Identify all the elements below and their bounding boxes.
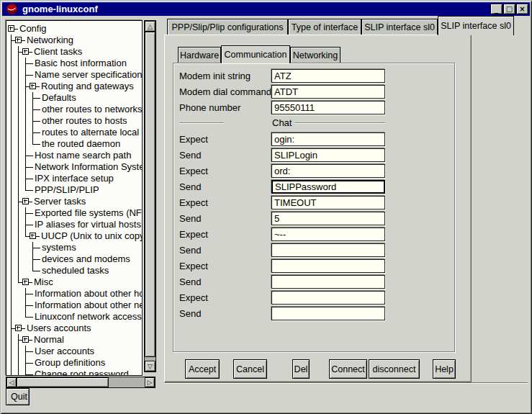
minimize-icon[interactable]: _ bbox=[490, 4, 502, 14]
tree-item[interactable]: IPX interface setup bbox=[8, 173, 142, 184]
field-label: Modem init string bbox=[179, 71, 271, 81]
expander-plus-icon[interactable] bbox=[15, 325, 22, 331]
tab-slip-interface-sl0[interactable]: SLIP interface sl0 bbox=[361, 19, 438, 35]
tree-item[interactable]: Name server specification ( bbox=[8, 69, 142, 81]
redhat-icon[interactable] bbox=[6, 4, 17, 14]
disconnect-button[interactable]: disconnect bbox=[369, 359, 420, 379]
tree-item-label: Config bbox=[18, 23, 47, 34]
tree-item-label: IP aliases for virtual hosts bbox=[33, 219, 141, 230]
tree-guide bbox=[15, 207, 22, 219]
help-button[interactable]: Help bbox=[433, 359, 456, 379]
cancel-button[interactable]: Cancel bbox=[233, 359, 267, 379]
tree-item[interactable]: Host name search path bbox=[8, 150, 142, 161]
tree-horizontal-scrollbar[interactable]: ◁ ▷ bbox=[6, 377, 155, 388]
chat-expect-3-field[interactable] bbox=[271, 196, 385, 210]
chat-send-1-field[interactable] bbox=[271, 148, 385, 162]
tree-item[interactable]: UUCP (Unix to unix copy) bbox=[8, 230, 142, 242]
scroll-left-icon[interactable]: ◁ bbox=[6, 377, 17, 387]
chat-expect-2-field[interactable] bbox=[271, 164, 385, 178]
tree-guide bbox=[8, 46, 15, 58]
tree-item[interactable]: PPP/SLIP/PLIP bbox=[8, 184, 142, 196]
form-row: Send bbox=[179, 274, 386, 289]
tree-guide bbox=[15, 346, 22, 357]
vertical-scroll-thumb[interactable] bbox=[145, 32, 155, 357]
tree-item[interactable]: Server tasks bbox=[8, 196, 142, 207]
tree-item[interactable]: scheduled tasks bbox=[8, 265, 142, 276]
tree-connector bbox=[22, 311, 30, 323]
expander-plus-icon[interactable] bbox=[22, 198, 29, 204]
tree-item[interactable]: Normal bbox=[8, 334, 142, 346]
tab-networking[interactable]: Networking bbox=[290, 47, 341, 63]
tree-item[interactable]: Information about other netw bbox=[8, 300, 142, 311]
del-button[interactable]: Del bbox=[292, 359, 310, 379]
tab-communication[interactable]: Communication bbox=[221, 45, 290, 63]
tree-item[interactable]: Client tasks bbox=[8, 46, 142, 58]
tree-item[interactable]: other routes to hosts bbox=[8, 115, 142, 127]
tree-item[interactable]: Information about other host bbox=[8, 288, 142, 300]
tree-item[interactable]: Misc bbox=[8, 276, 142, 288]
modem-init-string-field[interactable] bbox=[271, 69, 385, 83]
phone-number-field[interactable] bbox=[271, 101, 385, 114]
titlebar[interactable]: gnome-linuxconf _ □ × bbox=[2, 2, 530, 16]
chat-send-3-field[interactable] bbox=[271, 212, 385, 225]
expander-plus-icon[interactable] bbox=[30, 83, 36, 89]
tree-item[interactable]: IP aliases for virtual hosts bbox=[8, 219, 142, 230]
tree-guide bbox=[15, 253, 22, 265]
tree-item-label: UUCP (Unix to unix copy) bbox=[40, 230, 143, 241]
tree-item[interactable]: Basic host information bbox=[8, 58, 142, 69]
chat-send-4-field[interactable] bbox=[271, 243, 385, 257]
expander-plus-icon[interactable] bbox=[22, 336, 29, 343]
chat-send-6-field[interactable] bbox=[271, 307, 385, 320]
scroll-right-icon[interactable]: ▷ bbox=[145, 377, 155, 387]
tree-item[interactable]: routes to alternate local ne bbox=[8, 127, 142, 138]
expander-plus-icon[interactable] bbox=[15, 37, 22, 43]
expander-plus-icon[interactable] bbox=[8, 25, 14, 32]
tree-item[interactable]: other routes to networks bbox=[8, 104, 142, 115]
tree-connector bbox=[14, 23, 18, 35]
maximize-icon[interactable]: □ bbox=[503, 4, 515, 14]
tree-item[interactable]: Network Information System bbox=[8, 161, 142, 173]
modem-dial-command-field[interactable] bbox=[271, 85, 385, 99]
tree-item[interactable]: User accounts bbox=[8, 346, 142, 357]
tree-item[interactable]: Networking bbox=[8, 35, 142, 46]
chat-send-5-field[interactable] bbox=[271, 275, 385, 289]
chat-expect-6-field[interactable] bbox=[271, 291, 385, 305]
scroll-down-icon[interactable]: ▽ bbox=[145, 361, 155, 372]
tree-item[interactable]: systems bbox=[8, 242, 142, 253]
tree-connector bbox=[22, 58, 30, 69]
tree-guide bbox=[8, 253, 15, 265]
chat-expect-4-field[interactable] bbox=[271, 228, 385, 241]
connect-button[interactable]: Connect bbox=[329, 359, 367, 379]
tab-ppp-slip-plip-configurations[interactable]: PPP/Slip/Plip configurations bbox=[167, 19, 288, 35]
tree-item[interactable]: Linuxconf network access bbox=[8, 311, 142, 323]
tree-vertical-scrollbar[interactable]: △ ▽ bbox=[144, 20, 156, 372]
window-title: gnome-linuxconf bbox=[22, 4, 98, 14]
expander-plus-icon[interactable] bbox=[30, 233, 36, 239]
tree-item[interactable]: Change root password bbox=[8, 369, 142, 376]
tree-item[interactable]: Routing and gateways bbox=[8, 81, 142, 92]
tree-item[interactable]: Exported file systems (NFS) bbox=[8, 207, 142, 219]
chat-send-2-field[interactable] bbox=[271, 180, 385, 194]
tab-type-of-interface[interactable]: Type of interface bbox=[288, 19, 361, 35]
tree-item[interactable]: Users accounts bbox=[8, 323, 142, 334]
tab-slip-interface-sl0-active[interactable]: SLIP interface sl0 bbox=[438, 16, 514, 35]
expander-plus-icon[interactable] bbox=[22, 48, 29, 55]
tree-guide bbox=[8, 288, 15, 300]
accept-button[interactable]: Accept bbox=[185, 359, 220, 379]
tree-guide bbox=[8, 265, 15, 276]
tree-guide bbox=[8, 219, 15, 230]
field-label: Expect bbox=[179, 261, 271, 271]
tree-item[interactable]: Group definitions bbox=[8, 357, 142, 369]
horizontal-scroll-thumb[interactable] bbox=[17, 377, 109, 387]
expander-plus-icon[interactable] bbox=[22, 279, 29, 285]
tree-item[interactable]: devices and modems bbox=[8, 253, 142, 265]
tree-item[interactable]: Config bbox=[8, 23, 142, 35]
tree-item[interactable]: the routed daemon bbox=[8, 138, 142, 150]
scroll-up-icon[interactable]: △ bbox=[145, 21, 155, 32]
chat-expect-1-field[interactable] bbox=[271, 132, 385, 146]
close-icon[interactable]: × bbox=[516, 4, 528, 14]
tree-item[interactable]: Defaults bbox=[8, 92, 142, 104]
quit-button[interactable]: Quit bbox=[6, 388, 30, 405]
tab-hardware[interactable]: Hardware bbox=[178, 47, 221, 63]
chat-expect-5-field[interactable] bbox=[271, 259, 385, 273]
